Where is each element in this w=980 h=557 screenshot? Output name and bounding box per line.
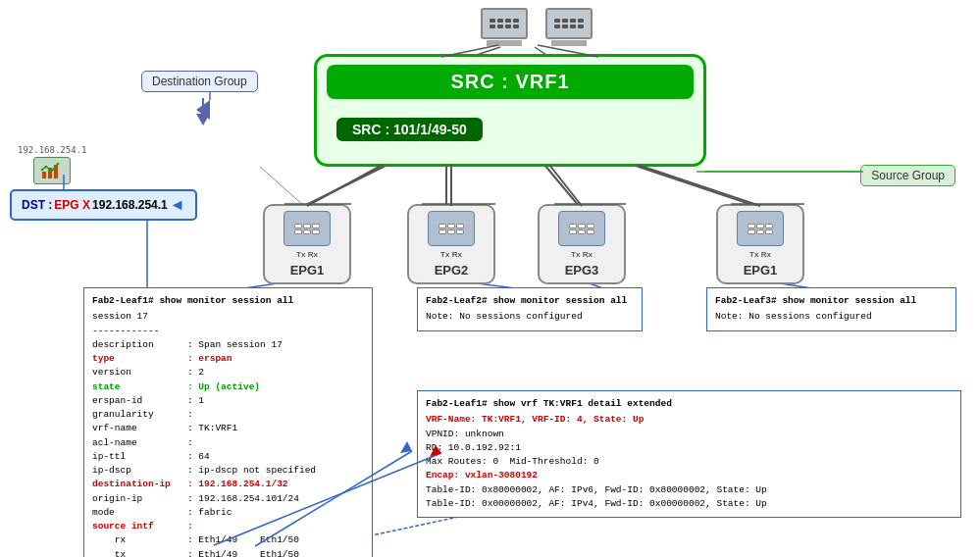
svg-marker-33 [196, 114, 210, 126]
epg-label-0: EPG1 [290, 263, 325, 278]
src-port-label: SRC : 101/1/49-50 [336, 118, 483, 141]
monitor-box-leaf3: Fab2-Leaf3# show monitor session all Not… [706, 287, 956, 331]
epg-device-label-1: Tx Rx [440, 250, 462, 259]
svg-line-4 [544, 165, 579, 206]
monitor-box-vrf-detail: Fab2-Leaf1# show vrf TK:VRF1 detail exte… [417, 390, 961, 518]
epg-device-label-3: Tx Rx [749, 250, 771, 259]
dst-prefix: DST : [22, 198, 52, 212]
svg-line-5 [633, 165, 755, 206]
dst-epg-name: EPG X [54, 198, 90, 212]
dst-arrow: ◄ [170, 196, 185, 214]
dst-device-icon: 192.168.254.1 [18, 145, 86, 184]
dst-epg-box: DST : EPG X 192.168.254.1 ◄ [10, 189, 197, 221]
svg-point-23 [45, 166, 47, 168]
svg-line-18 [260, 167, 304, 206]
svg-line-28 [307, 165, 383, 206]
epg-box-0: Tx Rx EPG1 [263, 204, 351, 284]
svg-point-22 [41, 169, 43, 171]
monitor-box-leaf2: Fab2-Leaf2# show monitor session all Not… [417, 287, 643, 331]
monitor-title-leaf2: Fab2-Leaf2# show monitor session all [426, 294, 634, 308]
svg-point-24 [51, 170, 53, 172]
monitor-title-vrf: Fab2-Leaf1# show vrf TK:VRF1 detail exte… [426, 397, 953, 411]
svg-marker-37 [400, 441, 412, 453]
monitor-title-leaf1: Fab2-Leaf1# show monitor session all [92, 294, 364, 308]
epg-box-1: Tx Rx EPG2 [407, 204, 495, 284]
source-group-callout: Source Group [860, 165, 955, 186]
svg-line-30 [549, 165, 582, 206]
svg-point-25 [57, 163, 59, 165]
epg-device-label-2: Tx Rx [571, 250, 593, 259]
epg-label-1: EPG2 [435, 263, 469, 278]
src-vrf-label: SRC : VRF1 [327, 65, 694, 99]
destination-group-callout: Destination Group [141, 71, 258, 92]
monitor-box-leaf1: Fab2-Leaf1# show monitor session all ses… [83, 287, 373, 557]
svg-line-2 [304, 165, 387, 206]
src-vrf-container: SRC : VRF1 SRC : 101/1/49-50 [314, 54, 706, 167]
spine-switch-1 [481, 8, 528, 46]
svg-rect-19 [42, 172, 46, 178]
epg-label-3: EPG1 [744, 263, 778, 278]
monitor-title-leaf3: Fab2-Leaf3# show monitor session all [715, 294, 948, 308]
epg-box-3: Tx Rx EPG1 [716, 204, 804, 284]
epg-box-2: Tx Rx EPG3 [538, 204, 626, 284]
dst-ip: 192.168.254.1 [92, 198, 168, 212]
svg-marker-10 [196, 100, 210, 120]
spine-switch-2 [545, 8, 593, 46]
svg-line-31 [638, 165, 760, 206]
epg-label-2: EPG3 [565, 263, 599, 278]
epg-device-label-0: Tx Rx [296, 250, 318, 259]
